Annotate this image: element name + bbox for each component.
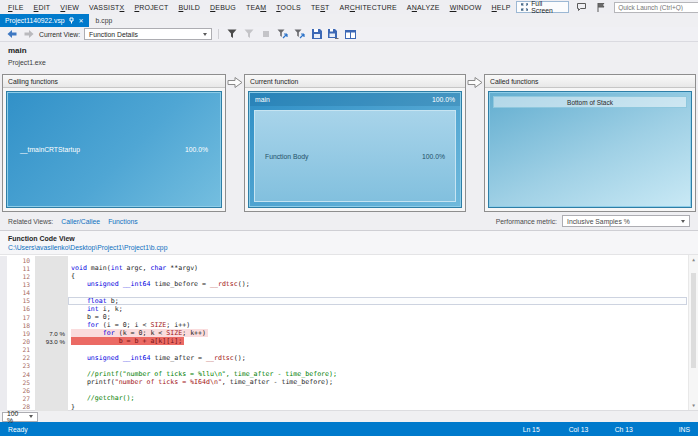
code-line-22[interactable]: 22 unsigned __int64 time_after = __rdtsc… — [0, 354, 698, 362]
called-functions-node: Bottom of Stack — [489, 92, 691, 207]
menu-debug[interactable]: DEBUG — [205, 4, 241, 11]
menu-file[interactable]: FILE — [3, 4, 29, 11]
code-line-16[interactable]: 16 int i, k; — [0, 305, 698, 313]
menu-help[interactable]: HELP — [487, 4, 516, 11]
sample-percent — [35, 297, 68, 305]
code-text: void main(int argc, char **argv) — [68, 264, 687, 272]
code-line-11[interactable]: 11void main(int argc, char **argv) — [0, 264, 698, 272]
status-bar: Ready Ln 15 Col 13 Ch 13 INS — [0, 422, 698, 436]
menu-edit[interactable]: EDIT — [29, 4, 56, 11]
code-text: b = 0; — [68, 313, 687, 321]
code-line-25[interactable]: 25 printf("number of ticks = %I64d\n", t… — [0, 378, 698, 386]
menu-team[interactable]: TEAM — [241, 4, 271, 11]
save-icon[interactable] — [310, 28, 323, 41]
line-number: 17 — [7, 314, 35, 321]
scroll-up-icon[interactable]: ▲ — [689, 257, 698, 262]
vertical-scrollbar[interactable]: ▲ ▼ — [688, 255, 698, 410]
performance-metric-dropdown[interactable]: Inclusive Samples % — [562, 215, 690, 227]
sample-percent — [35, 256, 68, 264]
function-body-node[interactable]: Function Body 100.0% — [254, 110, 456, 202]
feedback-bubble-icon[interactable] — [576, 1, 588, 14]
current-view-label: Current View: — [39, 31, 80, 38]
indicator-margin — [0, 289, 7, 297]
menu-window[interactable]: WINDOW — [445, 4, 487, 11]
sample-percent — [35, 394, 68, 402]
menu-view[interactable]: VIEW — [55, 4, 84, 11]
notifications-flag-icon[interactable] — [595, 1, 607, 14]
code-text: int i, k; — [68, 305, 687, 313]
sample-percent — [35, 313, 68, 321]
code-line-15[interactable]: 15 float b; — [0, 297, 698, 305]
called-functions-panel: Called functions Bottom of Stack — [484, 74, 696, 212]
full-screen-button[interactable]: Full Screen — [516, 1, 569, 13]
editor-zoom-value: 100 % — [7, 410, 23, 424]
code-line-23[interactable]: 23 — [0, 362, 698, 370]
quick-launch-input[interactable] — [618, 4, 698, 11]
function-code-view-section: Function Code View C:\Users\avasilenko\D… — [0, 230, 698, 422]
menu-analyze[interactable]: ANALYZE — [402, 4, 445, 11]
status-insert-mode: INS — [679, 426, 690, 433]
code-editor: 1011void main(int argc, char **argv)12{1… — [0, 254, 698, 410]
tab-label: Project1140922.vsp — [5, 17, 65, 24]
tab-bcpp[interactable]: b.cpp — [89, 14, 120, 27]
code-line-21[interactable]: 21 — [0, 346, 698, 354]
code-lines: 1011void main(int argc, char **argv)12{1… — [0, 256, 698, 411]
code-text: } — [68, 403, 687, 411]
back-icon[interactable] — [5, 28, 18, 41]
menu-test[interactable]: TEST — [306, 4, 335, 11]
hot-line-highlight: for (k = 0; k < SIZE; k++) — [71, 329, 208, 337]
code-line-28[interactable]: 28} — [0, 403, 698, 411]
code-text: for (i = 0; i < SIZE; i++) — [68, 321, 687, 329]
indicator-margin — [0, 403, 7, 411]
code-line-13[interactable]: 13 unsigned __int64 time_before = __rdts… — [0, 280, 698, 288]
code-line-17[interactable]: 17 b = 0; — [0, 313, 698, 321]
scrollbar-thumb[interactable] — [691, 273, 696, 368]
code-line-19[interactable]: 197.0 % for (k = 0; k < SIZE; k++) — [0, 329, 698, 337]
pin-icon[interactable] — [69, 17, 75, 24]
close-icon[interactable]: ✕ — [79, 18, 84, 24]
scroll-down-icon[interactable]: ▼ — [689, 403, 698, 408]
code-line-27[interactable]: 27 //getchar(); — [0, 394, 698, 402]
link-caller-callee[interactable]: Caller/Callee — [61, 218, 100, 225]
code-line-20[interactable]: 2093.0 % b = b + a[k][i]; — [0, 337, 698, 345]
code-line-10[interactable]: 10 — [0, 256, 698, 264]
menu-tools[interactable]: TOOLS — [271, 4, 306, 11]
sample-percent — [35, 346, 68, 354]
editor-zoom-dropdown[interactable]: 100 % — [2, 412, 38, 422]
forward-icon[interactable] — [22, 28, 35, 41]
source-file-path-link[interactable]: C:\Users\avasilenko\Desktop\Project1\Pro… — [0, 243, 698, 254]
filter-disabled-icon[interactable] — [242, 28, 255, 41]
columns-icon[interactable] — [344, 28, 357, 41]
current-function-node[interactable]: main 100.0% Function Body 100.0% — [249, 92, 461, 207]
caller-node[interactable]: __tmainCRTStartup 100.0% — [7, 92, 221, 207]
code-line-14[interactable]: 14 — [0, 289, 698, 297]
menu-vassistx[interactable]: VASSISTX — [84, 4, 129, 11]
menu-architecture[interactable]: ARCHITECTURE — [335, 4, 402, 11]
menu-project[interactable]: PROJECT — [129, 4, 173, 11]
add-filter-alt-icon[interactable] — [293, 28, 306, 41]
current-view-dropdown[interactable]: Function Details — [84, 28, 212, 40]
add-filter-icon[interactable] — [276, 28, 289, 41]
code-line-12[interactable]: 12{ — [0, 272, 698, 280]
line-number: 10 — [7, 257, 35, 264]
related-views-label: Related Views: — [8, 218, 53, 225]
line-number: 13 — [7, 281, 35, 288]
horizontal-scrollbar[interactable] — [38, 411, 698, 422]
tab-profiler-report[interactable]: Project1140922.vsp ✕ — [0, 14, 89, 27]
code-text: //printf("number of ticks = %llu\n", tim… — [68, 370, 687, 378]
line-number: 23 — [7, 362, 35, 369]
code-line-18[interactable]: 18 for (i = 0; i < SIZE; i++) — [0, 321, 698, 329]
chevron-down-icon — [681, 220, 685, 223]
filter-icon[interactable] — [225, 28, 238, 41]
current-function-name: main — [255, 96, 270, 103]
code-line-24[interactable]: 24 //printf("number of ticks = %llu\n", … — [0, 370, 698, 378]
sample-percent — [35, 354, 68, 362]
save-all-icon[interactable] — [327, 28, 340, 41]
called-functions-header: Called functions — [485, 75, 695, 88]
menu-build[interactable]: BUILD — [173, 4, 205, 11]
stop-filter-disabled-icon[interactable] — [259, 28, 272, 41]
flow-arrow-icon — [466, 74, 484, 212]
link-functions[interactable]: Functions — [108, 218, 137, 225]
sample-percent — [35, 386, 68, 394]
code-line-26[interactable]: 26 — [0, 386, 698, 394]
